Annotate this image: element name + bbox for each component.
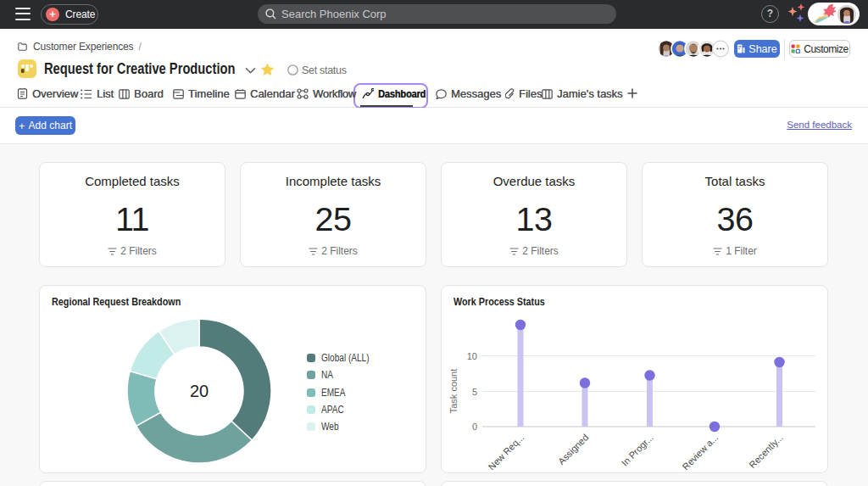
- svg-text:20: 20: [190, 382, 209, 400]
- svg-text:In Progr...: In Progr...: [620, 432, 655, 467]
- svg-text:New Req...: New Req...: [486, 432, 526, 472]
- svg-text:0: 0: [472, 422, 477, 432]
- svg-text:Review a...: Review a...: [680, 432, 720, 472]
- svg-text:Assigned: Assigned: [556, 432, 590, 466]
- svg-text:5: 5: [472, 387, 477, 397]
- svg-text:Recently...: Recently...: [747, 432, 785, 470]
- svg-text:Task count: Task count: [448, 369, 459, 414]
- svg-text:10: 10: [467, 351, 477, 361]
